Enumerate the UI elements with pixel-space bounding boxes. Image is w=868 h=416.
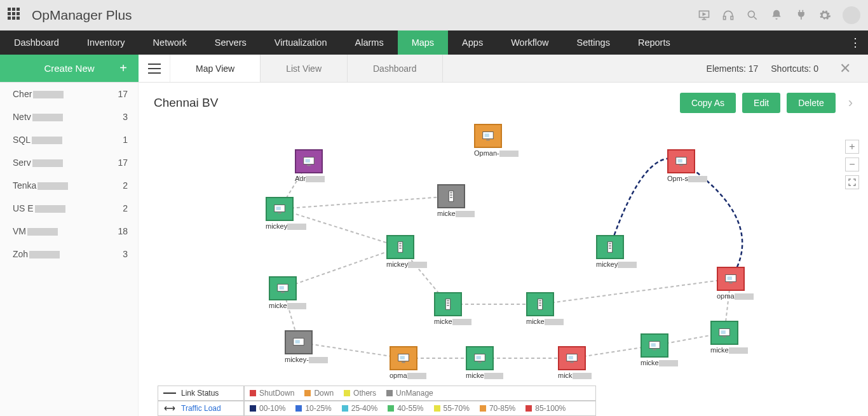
svg-rect-50 bbox=[478, 362, 482, 363]
sidebar-item[interactable]: Serv17 bbox=[0, 151, 138, 174]
node-label: opma bbox=[717, 292, 754, 300]
node-label: Opm-s bbox=[667, 175, 707, 182]
edit-button[interactable]: Edit bbox=[742, 93, 780, 113]
apps-grid-icon[interactable] bbox=[8, 8, 23, 23]
device-icon bbox=[285, 330, 313, 354]
nav-network[interactable]: Network bbox=[139, 30, 201, 55]
map-list-sidebar: Cher17Netv3SQL1Serv17Tenka2US E2VM18Zoh3 bbox=[0, 83, 139, 416]
plug-icon[interactable] bbox=[794, 9, 807, 22]
tab-list-view[interactable]: List View bbox=[261, 55, 348, 82]
copy-as-button[interactable]: Copy As bbox=[680, 93, 736, 113]
topology-node[interactable]: mickey- bbox=[285, 330, 328, 363]
topology-node[interactable]: opma bbox=[717, 267, 754, 300]
device-icon bbox=[437, 184, 465, 208]
node-label: micke bbox=[434, 318, 471, 325]
delete-button[interactable]: Delete bbox=[787, 93, 835, 113]
gear-icon[interactable] bbox=[818, 9, 831, 22]
nav-settings[interactable]: Settings bbox=[563, 30, 624, 55]
device-icon bbox=[390, 346, 417, 370]
sidebar-item[interactable]: US E2 bbox=[0, 197, 138, 220]
nav-alarms[interactable]: Alarms bbox=[341, 30, 398, 55]
chevron-right-icon[interactable]: › bbox=[848, 95, 853, 111]
svg-rect-12 bbox=[679, 165, 683, 166]
topology-node[interactable]: Adr bbox=[295, 149, 325, 182]
elements-stat: Elements: 17 bbox=[707, 64, 759, 74]
topology-node[interactable]: mickey bbox=[386, 235, 427, 268]
sidebar-item[interactable]: SQL1 bbox=[0, 128, 138, 151]
topology-node[interactable]: opma bbox=[390, 346, 426, 379]
svg-rect-26 bbox=[609, 245, 611, 246]
device-icon bbox=[710, 321, 738, 345]
nav-reports[interactable]: Reports bbox=[624, 30, 684, 55]
nav-servers[interactable]: Servers bbox=[201, 30, 261, 55]
nav-dashboard[interactable]: Dashboard bbox=[0, 30, 73, 55]
headset-icon[interactable] bbox=[722, 9, 735, 22]
svg-rect-32 bbox=[447, 300, 449, 302]
device-icon bbox=[434, 292, 462, 316]
bell-icon[interactable] bbox=[770, 9, 783, 22]
search-icon[interactable] bbox=[746, 9, 759, 22]
nav-maps[interactable]: Maps bbox=[398, 30, 448, 55]
device-icon bbox=[641, 333, 668, 358]
presentation-icon[interactable] bbox=[698, 9, 710, 22]
topology-node[interactable]: micke bbox=[526, 292, 564, 325]
svg-rect-40 bbox=[728, 276, 732, 280]
svg-rect-11 bbox=[678, 159, 682, 163]
tab-dashboard[interactable]: Dashboard bbox=[348, 55, 443, 82]
topology-node[interactable]: micke bbox=[641, 333, 678, 366]
svg-rect-33 bbox=[447, 302, 449, 304]
sidebar-item[interactable]: Cher17 bbox=[0, 83, 138, 105]
svg-rect-1 bbox=[724, 17, 726, 20]
topology-node[interactable]: micke bbox=[269, 276, 306, 309]
svg-rect-53 bbox=[570, 362, 574, 363]
svg-rect-17 bbox=[450, 192, 452, 194]
device-icon bbox=[266, 197, 294, 221]
topology-node[interactable]: mickey bbox=[596, 235, 637, 268]
topology-node[interactable]: Opm-s bbox=[667, 149, 707, 182]
nav-workflow[interactable]: Workflow bbox=[497, 30, 562, 55]
svg-rect-18 bbox=[450, 194, 452, 196]
device-icon bbox=[295, 149, 323, 173]
legend-load-item: 55-70% bbox=[434, 404, 470, 413]
sidebar-item[interactable]: VM18 bbox=[0, 220, 138, 243]
create-new-label: Create New bbox=[44, 63, 94, 74]
sidebar-item[interactable]: Tenka2 bbox=[0, 174, 138, 197]
topology-node[interactable]: mickey bbox=[266, 197, 306, 230]
zoom-in-button[interactable]: + bbox=[845, 140, 859, 154]
sidebar-item[interactable]: Zoh3 bbox=[0, 243, 138, 265]
svg-rect-38 bbox=[539, 305, 541, 306]
topology-node[interactable]: mick bbox=[558, 346, 592, 379]
topology-node[interactable]: micke bbox=[437, 184, 475, 217]
device-icon bbox=[596, 235, 624, 259]
sidebar-item[interactable]: Netv3 bbox=[0, 105, 138, 128]
topology-node[interactable]: micke bbox=[466, 346, 503, 379]
svg-rect-49 bbox=[477, 356, 481, 359]
sidebar-toggle-icon[interactable] bbox=[139, 55, 170, 82]
topology-node[interactable]: micke bbox=[434, 292, 471, 325]
legend-status-item: UnManage bbox=[386, 389, 433, 398]
nav-inventory[interactable]: Inventory bbox=[73, 30, 139, 55]
user-avatar[interactable] bbox=[843, 6, 860, 24]
plus-icon: + bbox=[119, 61, 127, 76]
fullscreen-button[interactable] bbox=[845, 175, 859, 189]
zoom-out-button[interactable]: − bbox=[845, 158, 859, 171]
topology-node[interactable]: Opman- bbox=[474, 124, 519, 157]
tab-map-view[interactable]: Map View bbox=[170, 55, 261, 82]
device-icon bbox=[269, 276, 297, 300]
nav-virtualization[interactable]: Virtualization bbox=[261, 30, 341, 55]
svg-rect-27 bbox=[609, 248, 611, 249]
shortcuts-stat: Shortcuts: 0 bbox=[771, 64, 818, 74]
topology-node[interactable]: micke bbox=[710, 321, 748, 354]
device-icon bbox=[466, 346, 494, 370]
svg-rect-55 bbox=[651, 343, 656, 347]
svg-rect-25 bbox=[609, 243, 611, 245]
node-label: mickey bbox=[386, 260, 427, 268]
node-label: micke bbox=[641, 359, 678, 366]
nav-apps[interactable]: Apps bbox=[448, 30, 497, 55]
node-label: micke bbox=[437, 210, 475, 217]
create-new-button[interactable]: Create New + bbox=[0, 55, 139, 82]
close-icon[interactable]: ✕ bbox=[831, 60, 859, 77]
svg-rect-2 bbox=[731, 17, 733, 20]
nav-more-icon[interactable]: ⋮ bbox=[843, 30, 868, 55]
svg-rect-34 bbox=[447, 305, 449, 306]
